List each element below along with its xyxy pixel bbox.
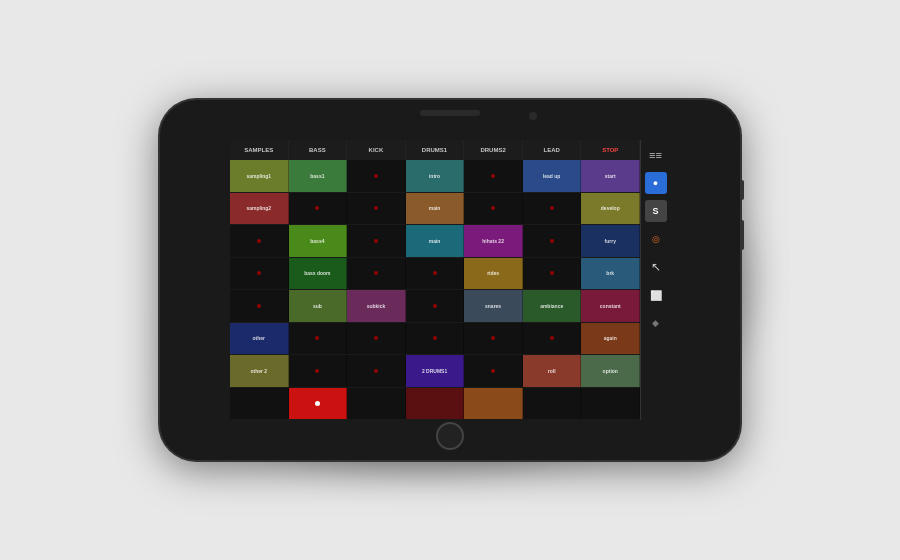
cell-bassdoom[interactable]: bass doom — [289, 258, 348, 290]
header-stop: STOP — [581, 140, 640, 160]
cell-other[interactable]: other — [230, 323, 289, 355]
cell-bass1[interactable]: bass1 — [289, 160, 348, 192]
cell-empty[interactable] — [581, 388, 640, 420]
phone-wrapper: SAMPLES BASS KICK DRUMS1 DRUMS2 LEAD STO… — [110, 70, 790, 490]
header-bass: BASS — [289, 140, 348, 160]
cell-empty[interactable] — [347, 388, 406, 420]
cell-empty[interactable] — [230, 258, 289, 290]
pin-icon[interactable]: ◆ — [645, 312, 667, 334]
cell-start[interactable]: start — [581, 160, 640, 192]
cell-empty[interactable] — [289, 323, 348, 355]
cell-empty[interactable] — [523, 225, 582, 257]
grid-row: sub subkick snares ambiance constant — [230, 290, 640, 323]
header-drums1: DRUMS1 — [406, 140, 465, 160]
cell-empty[interactable] — [347, 160, 406, 192]
grid-rows: sampling1 bass1 intro lead up start samp… — [230, 160, 640, 420]
cell-sampling2[interactable]: sampling2 — [230, 193, 289, 225]
cell-rides[interactable]: rides — [464, 258, 523, 290]
s-icon[interactable]: S — [645, 200, 667, 222]
header-row: SAMPLES BASS KICK DRUMS1 DRUMS2 LEAD STO… — [230, 140, 640, 160]
cell-empty[interactable] — [523, 388, 582, 420]
cell-empty[interactable] — [347, 258, 406, 290]
phone-body: SAMPLES BASS KICK DRUMS1 DRUMS2 LEAD STO… — [160, 100, 740, 460]
grid-row: bass doom rides brk — [230, 258, 640, 291]
home-button[interactable] — [436, 422, 464, 450]
cell-empty[interactable] — [347, 225, 406, 257]
cell-bright-red[interactable] — [289, 388, 348, 420]
cell-empty[interactable] — [230, 290, 289, 322]
cell-intro[interactable]: intro — [406, 160, 465, 192]
phone-power-button[interactable] — [740, 180, 744, 200]
cell-darkred[interactable] — [406, 388, 465, 420]
cell-empty[interactable] — [347, 193, 406, 225]
cell-develop[interactable]: develop — [581, 193, 640, 225]
phone-speaker — [420, 110, 480, 116]
cell-empty[interactable] — [230, 225, 289, 257]
cell-sampling1[interactable]: sampling1 — [230, 160, 289, 192]
grid-area: SAMPLES BASS KICK DRUMS1 DRUMS2 LEAD STO… — [230, 140, 640, 420]
grid-row: other again — [230, 323, 640, 356]
cell-empty[interactable] — [464, 355, 523, 387]
cell-empty[interactable] — [230, 388, 289, 420]
cell-ember[interactable] — [464, 388, 523, 420]
cell-snares[interactable]: snares — [464, 290, 523, 322]
phone-volume-button[interactable] — [740, 220, 744, 250]
cell-empty[interactable] — [347, 355, 406, 387]
cell-constant[interactable]: constant — [581, 290, 640, 322]
cell-ambiance[interactable]: ambiance — [523, 290, 582, 322]
cell-empty[interactable] — [406, 290, 465, 322]
phone-screen: SAMPLES BASS KICK DRUMS1 DRUMS2 LEAD STO… — [230, 140, 670, 420]
cell-empty[interactable] — [347, 323, 406, 355]
cell-empty[interactable] — [406, 258, 465, 290]
cell-empty[interactable] — [523, 323, 582, 355]
cell-empty[interactable] — [289, 193, 348, 225]
cell-empty[interactable] — [464, 323, 523, 355]
cell-empty[interactable] — [523, 258, 582, 290]
cell-main2[interactable]: main — [406, 225, 465, 257]
header-lead: LEAD — [523, 140, 582, 160]
grid-row: other 2 2 DRUMS1 roll option — [230, 355, 640, 388]
grid-row — [230, 388, 640, 421]
eye-icon[interactable]: ◎ — [645, 228, 667, 250]
cell-option[interactable]: option — [581, 355, 640, 387]
cell-sub[interactable]: sub — [289, 290, 348, 322]
phone-camera — [529, 112, 537, 120]
cell-subkick[interactable]: subkick — [347, 290, 406, 322]
cell-empty[interactable] — [464, 160, 523, 192]
cell-empty[interactable] — [406, 323, 465, 355]
camera-icon[interactable]: ⬜ — [645, 284, 667, 306]
cell-empty[interactable] — [523, 193, 582, 225]
cell-furry[interactable]: furry — [581, 225, 640, 257]
header-samples: SAMPLES — [230, 140, 289, 160]
cell-leadup[interactable]: lead up — [523, 160, 582, 192]
header-drums2: DRUMS2 — [464, 140, 523, 160]
grid-row: bass4 main hihats 22 furry — [230, 225, 640, 258]
bars-icon[interactable]: ≡≡ — [645, 144, 667, 166]
record-icon[interactable]: ● — [645, 172, 667, 194]
cell-bass4[interactable]: bass4 — [289, 225, 348, 257]
cell-hihats22[interactable]: hihats 22 — [464, 225, 523, 257]
cell-empty[interactable] — [289, 355, 348, 387]
grid-row: sampling1 bass1 intro lead up start — [230, 160, 640, 193]
header-kick: KICK — [347, 140, 406, 160]
cursor-icon[interactable]: ↖ — [645, 256, 667, 278]
cell-2drums1[interactable]: 2 DRUMS1 — [406, 355, 465, 387]
cell-empty[interactable] — [464, 193, 523, 225]
grid-row: sampling2 main develop — [230, 193, 640, 226]
cell-roll[interactable]: roll — [523, 355, 582, 387]
cell-again[interactable]: again — [581, 323, 640, 355]
cell-other2[interactable]: other 2 — [230, 355, 289, 387]
cell-brk[interactable]: brk — [581, 258, 640, 290]
cell-main1[interactable]: main — [406, 193, 465, 225]
right-sidebar: ≡≡ ● S ◎ ↖ ⬜ ◆ — [640, 140, 670, 420]
